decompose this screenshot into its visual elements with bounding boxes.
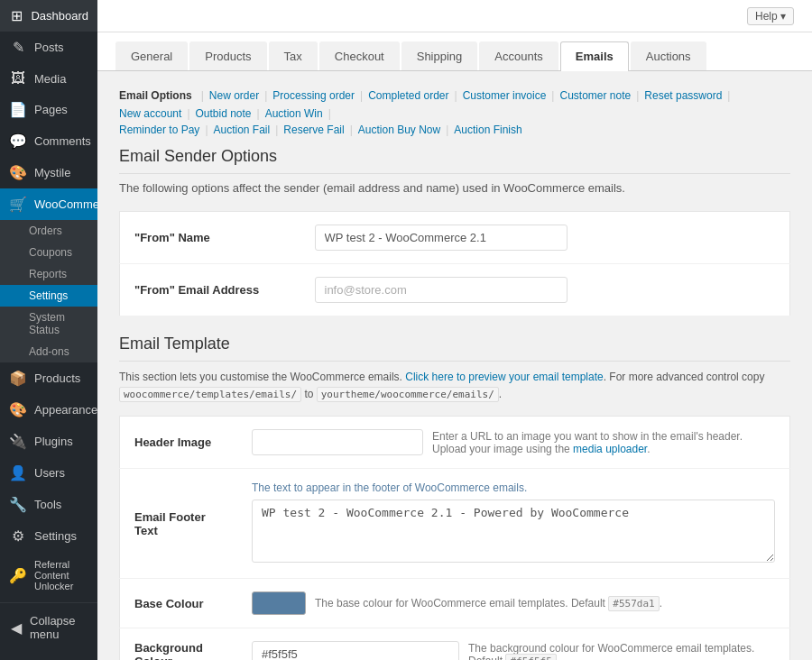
pages-icon: 📄: [9, 101, 27, 118]
sidebar-item-label: Media: [34, 72, 66, 86]
bg-colour-default: #f5f5f5: [505, 654, 556, 660]
from-name-label: "From" Name: [120, 212, 300, 264]
page-content: Email Options | New order | Processing o…: [97, 71, 812, 660]
tab-shipping[interactable]: Shipping: [401, 41, 478, 70]
tab-general[interactable]: General: [115, 41, 188, 70]
sidebar-item-label: Tools: [34, 498, 61, 511]
sidebar-item-coupons[interactable]: Coupons: [0, 242, 97, 263]
footer-text-desc: The text to appear in the footer of WooC…: [252, 481, 775, 494]
sidebar-item-label: Settings: [34, 529, 77, 543]
tab-checkout[interactable]: Checkout: [319, 41, 400, 70]
template-code-1: woocommerce/templates/emails/: [119, 387, 301, 402]
sidebar-item-referral[interactable]: 🔑 Referral Content Unlocker: [0, 552, 97, 599]
email-link-reset-password[interactable]: Reset password: [644, 89, 722, 102]
appearance-icon: 🎨: [9, 401, 27, 418]
header-image-input[interactable]: [252, 429, 423, 455]
sidebar-item-label: Referral Content Unlocker: [34, 559, 88, 591]
email-link-outbid[interactable]: Outbid note: [196, 107, 252, 120]
sidebar-item-dashboard[interactable]: ⊞ Dashboard: [0, 0, 97, 32]
coupons-label: Coupons: [29, 246, 72, 259]
tab-products[interactable]: Products: [189, 41, 266, 70]
tools-icon: 🔧: [9, 496, 27, 513]
email-link-new-order[interactable]: New order: [209, 89, 259, 102]
base-colour-label: Base Colour: [120, 579, 238, 628]
email-link-reminder[interactable]: Reminder to Pay: [119, 124, 199, 136]
footer-text-label: Email Footer Text: [120, 469, 238, 579]
email-link-auction-finish[interactable]: Auction Finish: [454, 124, 521, 136]
bg-colour-row: Background Colour The background colour …: [120, 628, 790, 660]
base-colour-swatch[interactable]: [252, 591, 306, 615]
email-link-invoice[interactable]: Customer invoice: [463, 89, 547, 102]
collapse-icon: ◀: [9, 619, 23, 637]
help-button[interactable]: Help ▾: [747, 7, 794, 25]
sidebar-item-users[interactable]: 👤 Users: [0, 457, 97, 489]
sidebar-item-label: Dashboard: [31, 9, 88, 23]
email-link-auction-win[interactable]: Auction Win: [265, 107, 323, 120]
sidebar-item-pages[interactable]: 📄 Pages: [0, 94, 97, 125]
from-email-row: "From" Email Address: [120, 264, 790, 316]
sidebar-item-products[interactable]: 📦 Products: [0, 362, 97, 394]
settings-main-icon: ⚙: [9, 527, 27, 545]
sidebar-item-label: Posts: [34, 41, 64, 54]
email-template-section: Email Template This section lets you cus…: [119, 335, 790, 660]
email-link-processing[interactable]: Processing order: [272, 89, 355, 102]
dashboard-icon: ⊞: [9, 7, 23, 24]
orders-label: Orders: [29, 225, 62, 237]
users-icon: 👤: [9, 464, 27, 481]
tabs-bar: General Products Tax Checkout Shipping A…: [97, 32, 812, 71]
plugins-icon: 🔌: [9, 433, 27, 450]
email-template-title: Email Template: [119, 335, 790, 362]
email-link-auction-fail[interactable]: Auction Fail: [214, 124, 271, 136]
from-email-input[interactable]: [315, 277, 567, 303]
tab-accounts[interactable]: Accounts: [479, 41, 558, 70]
sidebar-item-collapse[interactable]: ◀ Collapse menu: [0, 607, 97, 648]
sidebar-item-plugins[interactable]: 🔌 Plugins: [0, 426, 97, 457]
email-options-row: Email Options | New order | Processing o…: [119, 89, 790, 120]
sidebar: ⊞ Dashboard ✎ Posts 🖼 Media 📄 Pages 💬 Co…: [0, 0, 97, 660]
email-sender-title: Email Sender Options: [119, 147, 790, 174]
tab-auctions[interactable]: Auctions: [631, 41, 706, 70]
bg-colour-input[interactable]: [252, 641, 459, 660]
tab-emails[interactable]: Emails: [560, 41, 629, 71]
email-link-completed[interactable]: Completed order: [368, 89, 448, 102]
from-name-input[interactable]: [315, 225, 567, 251]
sidebar-item-woocommerce[interactable]: 🛒 WooCommerce: [0, 188, 97, 220]
posts-icon: ✎: [9, 39, 27, 56]
mystile-icon: 🎨: [9, 164, 27, 181]
sidebar-item-appearance[interactable]: 🎨 Appearance: [0, 394, 97, 426]
sidebar-item-label: Products: [34, 371, 80, 385]
sidebar-item-settings-main[interactable]: ⚙ Settings: [0, 520, 97, 552]
email-link-buy-now[interactable]: Auction Buy Now: [358, 124, 440, 136]
comments-icon: 💬: [9, 133, 27, 150]
topbar: Help ▾: [97, 0, 812, 32]
tab-tax[interactable]: Tax: [269, 41, 318, 70]
sidebar-item-settings[interactable]: Settings: [0, 285, 97, 307]
media-uploader-link[interactable]: media uploader: [573, 443, 647, 455]
email-options-label: Email Options: [119, 89, 192, 102]
woocommerce-submenu: Orders Coupons Reports Settings System S…: [0, 220, 97, 362]
from-name-row: "From" Name: [120, 212, 790, 264]
reports-label: Reports: [29, 268, 67, 280]
email-link-reserve-fail[interactable]: Reserve Fail: [283, 124, 344, 136]
sidebar-item-reports[interactable]: Reports: [0, 263, 97, 285]
add-ons-label: Add-ons: [29, 345, 69, 358]
sidebar-item-posts[interactable]: ✎ Posts: [0, 32, 97, 63]
sidebar-item-system-status[interactable]: System Status: [0, 307, 97, 341]
preview-email-link[interactable]: Click here to preview your email templat…: [405, 371, 603, 383]
sidebar-item-tools[interactable]: 🔧 Tools: [0, 489, 97, 520]
sidebar-item-label: Collapse menu: [30, 614, 88, 641]
sidebar-item-label: Plugins: [34, 435, 73, 448]
footer-text-input[interactable]: WP test 2 - WooCommerce 2.1 - Powered by…: [252, 500, 775, 563]
sidebar-item-orders[interactable]: Orders: [0, 220, 97, 242]
sidebar-item-add-ons[interactable]: Add-ons: [0, 341, 97, 362]
sidebar-item-comments[interactable]: 💬 Comments: [0, 125, 97, 157]
email-link-customer-note[interactable]: Customer note: [559, 89, 631, 102]
email-sender-table: "From" Name "From" Email Address: [119, 211, 790, 316]
sidebar-item-media[interactable]: 🖼 Media: [0, 63, 97, 94]
media-icon: 🖼: [9, 70, 27, 87]
sidebar-item-mystile[interactable]: 🎨 Mystile: [0, 157, 97, 188]
base-colour-row: Base Colour The base colour for WooComme…: [120, 579, 790, 628]
email-link-new-account[interactable]: New account: [119, 107, 181, 120]
from-email-label: "From" Email Address: [120, 264, 300, 316]
base-colour-default: #557da1: [608, 596, 659, 611]
